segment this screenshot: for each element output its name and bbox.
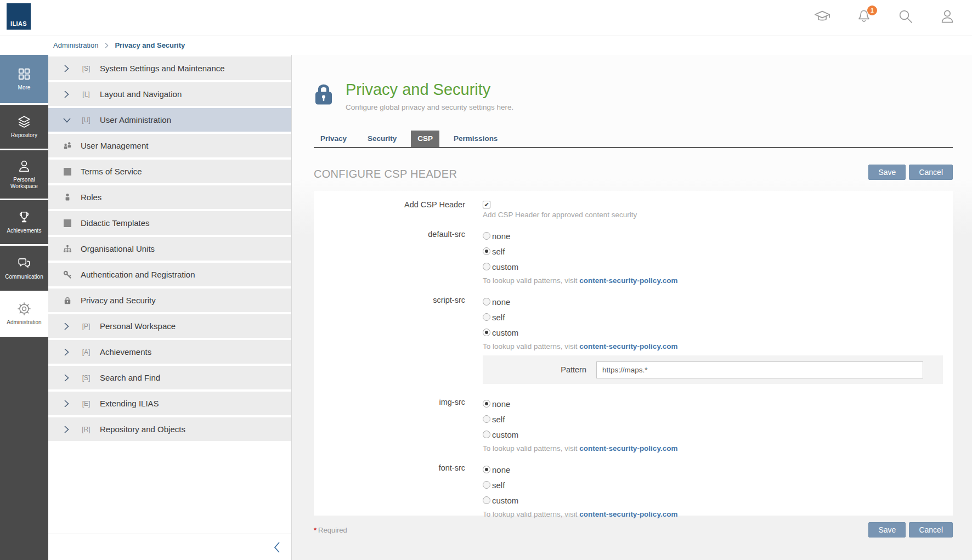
person-icon: [17, 159, 31, 173]
tree-item-terms-of-service[interactable]: Terms of Service: [48, 160, 291, 183]
page-subtitle: Configure global privacy and security se…: [346, 103, 513, 111]
radio-img-src-self[interactable]: [483, 415, 490, 423]
field-add-csp-header: Add CSP Header ✔ Add CSP Header for appr…: [314, 199, 953, 222]
bottom-action-buttons: Save Cancel: [868, 522, 953, 538]
breadcrumb-administration[interactable]: Administration: [53, 41, 98, 49]
csp-reference-link[interactable]: content-security-policy.com: [579, 444, 677, 452]
type-letter-icon: [A]: [79, 348, 93, 356]
tab-permissions[interactable]: Permissions: [447, 131, 504, 147]
cancel-button[interactable]: Cancel: [909, 522, 953, 538]
tree-item-layout-navigation[interactable]: [L] Layout and Navigation: [48, 82, 291, 106]
type-letter-icon: [P]: [79, 323, 93, 330]
tab-csp[interactable]: CSP: [411, 131, 439, 147]
option-label: custom: [492, 262, 518, 271]
tree-item-roles[interactable]: Roles: [48, 185, 291, 209]
search-button[interactable]: [897, 8, 914, 25]
tree-item-user-administration[interactable]: [U] User Administration: [48, 108, 291, 132]
save-button[interactable]: Save: [868, 165, 906, 180]
radio-default-src-none[interactable]: [483, 232, 490, 240]
csp-reference-link[interactable]: content-security-policy.com: [579, 342, 677, 350]
rail-item-achievements[interactable]: Achievements: [0, 200, 48, 244]
tab-privacy[interactable]: Privacy: [314, 131, 353, 147]
radio-script-src-self[interactable]: [483, 313, 490, 321]
ilias-logo-text: ILIAS: [10, 20, 27, 30]
rail-item-more[interactable]: More: [0, 55, 48, 103]
tab-bar: Privacy Security CSP Permissions: [314, 131, 953, 148]
radio-font-src-custom[interactable]: [483, 496, 490, 504]
add-csp-header-checkbox[interactable]: ✔: [483, 201, 490, 208]
tab-security[interactable]: Security: [361, 131, 403, 147]
tree-item-authentication-registration[interactable]: Authentication and Registration: [48, 263, 291, 286]
rail-item-repository[interactable]: Repository: [0, 105, 48, 149]
trophy-icon: [17, 210, 31, 224]
ilias-admin-screen: ILIAS 1: [0, 0, 972, 560]
rail-item-administration[interactable]: Administration: [0, 292, 48, 335]
user-menu-button[interactable]: [939, 8, 956, 25]
notifications-button[interactable]: 1: [856, 8, 872, 25]
option-label: none: [492, 231, 510, 241]
radio-script-src-none[interactable]: [483, 298, 490, 306]
tree-item-achievements[interactable]: [A] Achievements: [48, 340, 291, 364]
tree-item-repository-and-objects[interactable]: [R] Repository and Objects: [48, 417, 291, 441]
tree-item-search-and-find[interactable]: [S] Search and Find: [48, 366, 291, 389]
pattern-input[interactable]: [596, 361, 923, 378]
section-header: CONFIGURE CSP HEADER Save Cancel: [314, 165, 953, 180]
radio-font-src-none[interactable]: [483, 466, 490, 473]
field-byline: To lookup valid patterns, visit content-…: [483, 274, 953, 287]
type-letter-icon: [E]: [79, 400, 93, 408]
csp-reference-link[interactable]: content-security-policy.com: [579, 510, 677, 518]
rail-item-communication[interactable]: Communication: [0, 246, 48, 291]
lock-icon: [63, 296, 72, 305]
chevron-down-icon: [62, 115, 72, 125]
graduation-cap-icon: [814, 8, 830, 25]
awareness-button[interactable]: [814, 8, 830, 25]
users-icon: [63, 142, 72, 150]
tree-item-organisational-units[interactable]: Organisational Units: [48, 237, 291, 261]
top-bar-actions: 1: [814, 8, 956, 25]
radio-font-src-self[interactable]: [483, 481, 490, 489]
square-icon: [63, 167, 72, 176]
field-default-src: default-src none self custom To lookup v…: [314, 228, 953, 287]
ilias-logo[interactable]: ILIAS: [7, 3, 31, 30]
role-icon: [63, 193, 72, 202]
field-font-src: font-src none self custom To lookup vali…: [314, 462, 953, 521]
main-content: Privacy and Security Configure global pr…: [292, 55, 972, 560]
page-header: Privacy and Security Configure global pr…: [314, 81, 513, 111]
breadcrumb-privacy-and-security[interactable]: Privacy and Security: [115, 41, 185, 49]
radio-default-src-self[interactable]: [483, 247, 490, 255]
option-label: none: [492, 297, 510, 307]
csp-reference-link[interactable]: content-security-policy.com: [579, 276, 677, 285]
tree-item-system-settings[interactable]: [S] System Settings and Maintenance: [48, 56, 291, 80]
cancel-button[interactable]: Cancel: [909, 165, 953, 180]
page-title: Privacy and Security: [346, 81, 513, 99]
field-byline: To lookup valid patterns, visit content-…: [483, 340, 953, 353]
radio-default-src-custom[interactable]: [483, 263, 490, 270]
orgunit-icon: [63, 245, 72, 253]
tree-item-didactic-templates[interactable]: Didactic Templates: [48, 211, 291, 235]
field-label: default-src: [314, 228, 465, 287]
privacy-security-lock-icon: [314, 83, 334, 111]
tree-item-privacy-security[interactable]: Privacy and Security: [48, 289, 291, 312]
collapse-sidebar-button[interactable]: [272, 540, 282, 555]
chat-icon: [17, 256, 31, 270]
field-label: script-src: [314, 294, 465, 389]
key-icon: [63, 270, 72, 279]
option-label: self: [492, 415, 505, 424]
radio-img-src-custom[interactable]: [483, 431, 490, 438]
radio-img-src-none[interactable]: [483, 400, 490, 408]
option-label: none: [492, 465, 510, 474]
chevron-right-icon: [62, 64, 72, 73]
tree-item-personal-workspace[interactable]: [P] Personal Workspace: [48, 314, 291, 338]
rail-item-personal-workspace[interactable]: Personal Workspace: [0, 150, 48, 199]
save-button[interactable]: Save: [868, 522, 906, 538]
tree-footer: [48, 534, 291, 560]
tree-item-extending-ilias[interactable]: [E] Extending ILIAS: [48, 392, 291, 415]
search-icon: [897, 8, 914, 25]
option-label: custom: [492, 496, 518, 505]
radio-script-src-custom[interactable]: [483, 329, 490, 336]
grid-icon: [17, 67, 31, 81]
field-byline: Add CSP Header for approved content secu…: [483, 208, 953, 222]
field-label: img-src: [314, 396, 465, 455]
top-bar: ILIAS 1: [0, 0, 972, 36]
tree-item-user-management[interactable]: User Management: [48, 134, 291, 157]
